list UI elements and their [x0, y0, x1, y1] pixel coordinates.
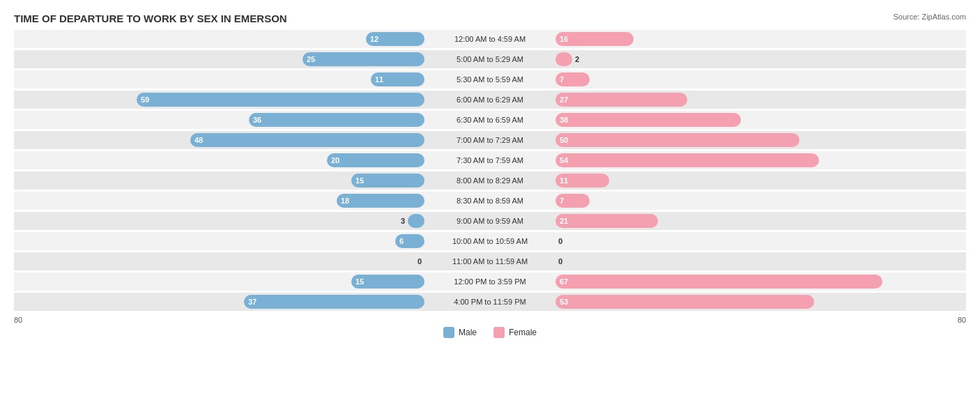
female-cell: 2 [553, 50, 966, 68]
female-value: 7 [560, 197, 564, 205]
male-bar: 12 [366, 32, 424, 46]
time-label: 9:00 AM to 9:59 AM [427, 217, 553, 225]
axis-right: 80 [958, 316, 966, 324]
male-value: 0 [415, 257, 424, 266]
male-cell: 48 [14, 131, 427, 149]
female-value: 53 [560, 298, 568, 306]
time-label: 12:00 AM to 4:59 AM [427, 35, 553, 43]
chart-row: 158:00 AM to 8:29 AM11 [14, 171, 966, 190]
chart-body: 1212:00 AM to 4:59 AM16255:00 AM to 5:29… [14, 30, 966, 311]
male-value: 37 [248, 298, 257, 306]
chart-title: TIME OF DEPARTURE TO WORK BY SEX IN EMER… [14, 13, 966, 24]
male-cell: 3 [14, 212, 427, 230]
chart-row: 1212:00 AM to 4:59 AM16 [14, 30, 966, 48]
chart-row: 366:30 AM to 6:59 AM38 [14, 111, 966, 129]
male-bar [408, 214, 424, 228]
male-value: 36 [253, 116, 261, 124]
chart-row: 011:00 AM to 11:59 AM0 [14, 252, 966, 270]
male-bar: 20 [327, 153, 424, 167]
female-bar: 38 [556, 113, 741, 127]
female-bar: 27 [556, 93, 687, 107]
male-cell: 36 [14, 111, 427, 129]
female-bar: 67 [556, 275, 882, 289]
chart-row: 487:00 AM to 7:29 AM50 [14, 131, 966, 149]
chart-row: 596:00 AM to 6:29 AM27 [14, 91, 966, 109]
female-cell: 67 [553, 273, 966, 291]
male-value: 6 [399, 237, 404, 245]
female-bar: 7 [556, 194, 590, 208]
female-cell: 21 [553, 212, 966, 230]
male-cell: 37 [14, 293, 427, 311]
female-bar: 16 [556, 32, 634, 46]
male-cell: 15 [14, 273, 427, 291]
time-label: 7:30 AM to 7:59 AM [427, 156, 553, 164]
female-value: 2 [572, 55, 582, 63]
male-cell: 12 [14, 30, 427, 48]
male-bar: 15 [351, 275, 424, 289]
female-bar: 54 [556, 153, 819, 167]
male-value: 59 [141, 95, 149, 104]
female-value: 54 [560, 156, 568, 164]
male-bar: 48 [190, 133, 424, 147]
time-label: 7:00 AM to 7:29 AM [427, 136, 553, 144]
male-cell: 11 [14, 70, 427, 89]
female-cell: 0 [553, 252, 966, 270]
male-cell: 6 [14, 232, 427, 250]
time-label: 5:30 AM to 5:59 AM [427, 75, 553, 84]
chart-row: 115:30 AM to 5:59 AM7 [14, 70, 966, 89]
male-cell: 0 [14, 252, 427, 270]
male-value: 18 [341, 197, 349, 205]
female-cell: 27 [553, 91, 966, 109]
female-value: 11 [560, 176, 568, 185]
female-cell: 53 [553, 293, 966, 311]
female-value: 7 [560, 75, 564, 84]
female-bar: 11 [556, 174, 609, 187]
male-label: Male [459, 328, 477, 337]
female-bar: 7 [556, 72, 590, 86]
time-label: 8:00 AM to 8:29 AM [427, 176, 553, 185]
female-value: 50 [560, 136, 568, 144]
male-color-box [443, 327, 454, 338]
male-bar: 6 [395, 234, 424, 248]
time-label: 10:00 AM to 10:59 AM [427, 237, 553, 245]
chart-row: 207:30 AM to 7:59 AM54 [14, 151, 966, 169]
male-value: 11 [375, 75, 383, 84]
female-color-box [493, 327, 505, 338]
male-cell: 15 [14, 171, 427, 190]
axis-labels: 80 80 [14, 313, 966, 324]
male-cell: 59 [14, 91, 427, 109]
time-label: 8:30 AM to 8:59 AM [427, 197, 553, 205]
male-bar: 11 [371, 72, 424, 86]
female-label: Female [509, 328, 537, 337]
male-value: 15 [355, 277, 364, 286]
female-value: 27 [560, 95, 568, 104]
male-bar: 37 [244, 295, 424, 309]
female-value: 0 [556, 237, 565, 245]
male-bar: 18 [337, 194, 424, 208]
male-bar: 36 [249, 113, 424, 127]
female-cell: 7 [553, 70, 966, 89]
time-label: 11:00 AM to 11:59 AM [427, 257, 553, 266]
female-cell: 38 [553, 111, 966, 129]
legend-male: Male [443, 327, 477, 338]
female-cell: 50 [553, 131, 966, 149]
female-bar: 53 [556, 295, 814, 309]
time-label: 12:00 PM to 3:59 PM [427, 277, 553, 286]
female-bar: 50 [556, 133, 799, 147]
female-value: 16 [560, 35, 568, 43]
female-cell: 0 [553, 232, 966, 250]
chart-container: TIME OF DEPARTURE TO WORK BY SEX IN EMER… [0, 0, 980, 414]
female-value: 21 [560, 217, 568, 225]
time-label: 5:00 AM to 5:29 AM [427, 55, 553, 63]
female-value: 0 [556, 257, 565, 266]
chart-row: 188:30 AM to 8:59 AM7 [14, 192, 966, 210]
male-bar: 59 [137, 93, 424, 107]
male-value: 25 [307, 55, 315, 63]
female-cell: 7 [553, 192, 966, 210]
time-label: 4:00 PM to 11:59 PM [427, 298, 553, 306]
female-value: 38 [560, 116, 568, 124]
male-bar: 15 [351, 174, 424, 187]
male-cell: 18 [14, 192, 427, 210]
male-bar: 25 [303, 52, 424, 66]
male-cell: 25 [14, 50, 427, 68]
